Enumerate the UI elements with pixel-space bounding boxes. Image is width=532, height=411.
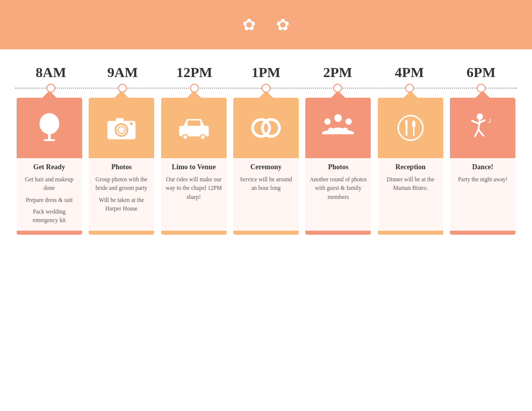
svg-line-27 <box>472 121 479 123</box>
card-icon-box-12pm <box>161 98 227 158</box>
card-bottom-bar-6pm <box>450 231 515 235</box>
card-body-12pm: Limo to VenueOur rides will make our way… <box>161 158 227 231</box>
card-icon-box-1pm <box>233 98 299 158</box>
card-body-1pm: CeremonyService will be around an hour l… <box>233 158 299 231</box>
card-body-9am: PhotosGroup photos with the bride and gr… <box>89 158 154 231</box>
card-body-6pm: Dance!Party the night away! <box>450 158 515 231</box>
card-text-2pm: Another round of photos with guest & fam… <box>309 175 367 201</box>
svg-text:♪: ♪ <box>488 116 492 124</box>
card-title-8am: Get Ready <box>33 163 65 171</box>
card-bottom-bar-12pm <box>161 231 227 235</box>
timeline-dot-6PM <box>477 84 486 93</box>
card-icon-group <box>305 98 371 158</box>
card-bottom-bar-4pm <box>378 231 443 235</box>
card-title-2pm: Photos <box>328 163 348 171</box>
card-icon-box-9am <box>89 98 154 158</box>
timeline-dot-wrapper-9AM <box>90 84 155 93</box>
timeline-dot-wrapper-8AM <box>18 84 84 93</box>
card-body-2pm: PhotosAnother round of photos with guest… <box>305 158 371 231</box>
timeline-dot-1PM <box>261 84 271 93</box>
card-text-8am: Get hair and makeup donePrepare dress & … <box>21 175 78 225</box>
svg-rect-2 <box>48 134 51 140</box>
card-bottom-bar-9am <box>89 231 154 235</box>
svg-point-8 <box>130 122 133 125</box>
time-label-12PM: 12PM <box>162 64 227 81</box>
card-icon-box-8am <box>17 98 82 158</box>
card-text-1pm: Service will be around an hour long <box>237 175 295 193</box>
time-label-1PM: 1PM <box>233 64 299 81</box>
svg-point-21 <box>342 127 349 134</box>
card-text-9am: Group photos with the bride and groom pa… <box>93 175 150 213</box>
svg-line-29 <box>475 130 479 136</box>
svg-line-30 <box>479 130 484 136</box>
card-bottom-bar-8am <box>17 231 82 235</box>
card-icon-camera <box>89 98 154 158</box>
time-label-8AM: 8AM <box>18 64 84 81</box>
card-icon-mirror <box>17 98 82 158</box>
time-label-9AM: 9AM <box>90 64 155 81</box>
card-icon-box-2pm <box>305 98 371 158</box>
svg-point-12 <box>183 135 187 139</box>
card-bottom-bar-2pm <box>305 231 371 235</box>
card-text-12pm: Our rides will make our way to the chape… <box>165 175 223 201</box>
timeline-dot-wrapper-12PM <box>162 84 227 93</box>
card-icon-box-4pm <box>378 98 443 158</box>
svg-point-18 <box>324 118 331 125</box>
svg-rect-14 <box>187 120 200 126</box>
timeline-times: 8AM9AM12PM1PM2PM4PM6PM <box>15 64 517 81</box>
svg-point-0 <box>39 113 59 134</box>
card-icon-dancer: ♪ <box>450 98 515 158</box>
timeline-dot-wrapper-2PM <box>305 84 370 93</box>
timeline-dot-12PM <box>190 84 199 93</box>
svg-rect-3 <box>44 139 55 141</box>
time-label-4PM: 4PM <box>377 64 442 81</box>
svg-point-22 <box>398 116 423 141</box>
main-content: 8AM9AM12PM1PM2PM4PM6PM Get ReadyGet hair… <box>0 49 532 245</box>
card-2pm: PhotosAnother round of photos with guest… <box>305 98 371 235</box>
card-title-12pm: Limo to Venue <box>172 163 216 171</box>
card-title-1pm: Ceremony <box>250 163 282 171</box>
card-text-4pm: Dinner will be at the Maman Bistro. <box>382 175 439 193</box>
card-title-6pm: Dance! <box>472 163 493 171</box>
timeline-line-row <box>15 84 517 93</box>
card-icon-rings <box>233 98 299 158</box>
svg-point-17 <box>335 114 342 122</box>
svg-point-19 <box>346 118 352 125</box>
svg-point-13 <box>201 135 205 139</box>
card-body-4pm: ReceptionDinner will be at the Maman Bis… <box>378 158 443 231</box>
card-6pm: ♪ Dance!Party the night away! <box>450 98 515 235</box>
card-text-6pm: Party the night away! <box>458 175 508 184</box>
svg-rect-7 <box>116 118 123 122</box>
card-4pm: ReceptionDinner will be at the Maman Bis… <box>378 98 443 235</box>
card-8am: Get ReadyGet hair and makeup donePrepare… <box>17 98 82 235</box>
card-9am: PhotosGroup photos with the bride and gr… <box>89 98 154 235</box>
timeline-dot-2PM <box>333 84 342 93</box>
flower-icon-left: ✿ <box>242 15 256 34</box>
card-1pm: CeremonyService will be around an hour l… <box>233 98 299 235</box>
card-body-8am: Get ReadyGet hair and makeup donePrepare… <box>17 158 82 231</box>
card-title-9am: Photos <box>111 163 131 171</box>
time-label-6PM: 6PM <box>448 64 514 81</box>
page-header: ✿ ✿ <box>0 0 532 49</box>
card-icon-fork-spoon <box>378 98 443 158</box>
card-icon-box-6pm: ♪ <box>450 98 515 158</box>
flower-icon-right: ✿ <box>276 15 290 34</box>
card-title-4pm: Reception <box>395 163 426 171</box>
svg-line-26 <box>479 120 480 130</box>
card-icon-car <box>161 98 227 158</box>
timeline-dot-4PM <box>405 84 414 93</box>
cards-row: Get ReadyGet hair and makeup donePrepare… <box>15 98 517 235</box>
timeline-dot-wrapper-1PM <box>233 84 299 93</box>
card-12pm: Limo to VenueOur rides will make our way… <box>161 98 227 235</box>
svg-point-25 <box>477 113 483 120</box>
time-label-2PM: 2PM <box>305 64 370 81</box>
timeline-dot-9AM <box>118 84 127 93</box>
timeline-dot-8AM <box>46 84 55 93</box>
timeline-dot-wrapper-4PM <box>377 84 442 93</box>
svg-point-20 <box>328 127 335 134</box>
card-bottom-bar-1pm <box>233 231 299 235</box>
timeline-dot-wrapper-6PM <box>448 84 514 93</box>
